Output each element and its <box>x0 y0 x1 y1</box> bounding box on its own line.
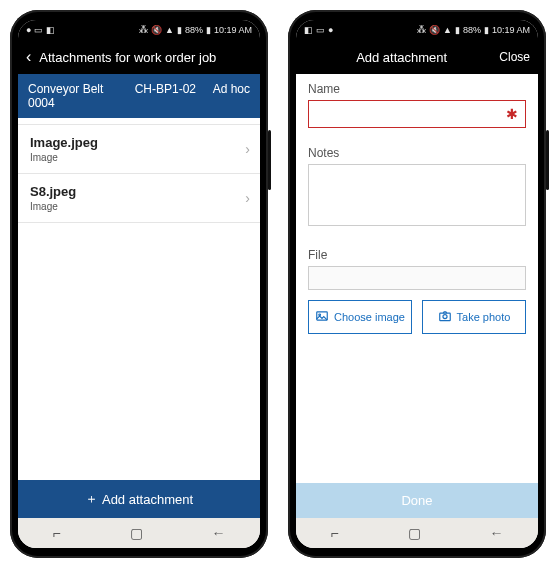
status-left: ● ▭ ◧ <box>26 25 55 35</box>
battery-text: 88% <box>185 25 203 35</box>
list-item[interactable]: Image.jpeg Image › <box>18 124 260 174</box>
file-label: File <box>308 248 526 262</box>
chevron-right-icon: › <box>245 141 250 157</box>
back-icon[interactable]: ‹ <box>26 48 31 66</box>
svg-point-3 <box>443 315 447 319</box>
battery-icon: ▮ <box>206 25 211 35</box>
image-icon <box>315 309 329 325</box>
close-button[interactable]: Close <box>499 50 530 64</box>
page-title: Attachments for work order job <box>39 50 252 65</box>
bluetooth-icon: ⁂ <box>139 25 148 35</box>
app-header: ‹ Attachments for work order job <box>18 40 260 74</box>
add-attachment-label: Add attachment <box>102 492 193 507</box>
nav-home-icon[interactable]: ▢ <box>130 525 143 541</box>
mute-icon: 🔇 <box>151 25 162 35</box>
attachment-type: Image <box>30 201 248 212</box>
attachment-name: Image.jpeg <box>30 135 248 150</box>
status-right: ⁂ 🔇 ▲ ▮ 88% ▮ 10:19 AM <box>139 25 252 35</box>
status-app-icon: ▭ <box>316 25 325 35</box>
plus-icon: ＋ <box>85 490 98 508</box>
status-bar: ● ▭ ◧ ⁂ 🔇 ▲ ▮ 88% ▮ 10:19 AM <box>18 20 260 40</box>
phone-left: ● ▭ ◧ ⁂ 🔇 ▲ ▮ 88% ▮ 10:19 AM ‹ Attachmen… <box>10 10 268 558</box>
status-dot-icon: ● <box>328 25 333 35</box>
status-app-icon: ▭ <box>34 25 43 35</box>
done-button[interactable]: Done <box>296 483 538 518</box>
nav-back-icon[interactable]: ← <box>212 525 226 541</box>
phone-right: ◧ ▭ ● ⁂ 🔇 ▲ ▮ 88% ▮ 10:19 AM Add attachm… <box>288 10 546 558</box>
status-misc-icon: ◧ <box>304 25 313 35</box>
nav-back-icon[interactable]: ← <box>490 525 504 541</box>
context-id: CH-BP1-02 <box>135 82 196 110</box>
choose-image-label: Choose image <box>334 311 405 323</box>
nav-home-icon[interactable]: ▢ <box>408 525 421 541</box>
name-input[interactable] <box>308 100 526 128</box>
battery-icon: ▮ <box>484 25 489 35</box>
battery-text: 88% <box>463 25 481 35</box>
choose-image-button[interactable]: Choose image <box>308 300 412 334</box>
signal-icon: ▮ <box>455 25 460 35</box>
take-photo-label: Take photo <box>457 311 511 323</box>
camera-icon <box>438 309 452 325</box>
clock-text: 10:19 AM <box>214 25 252 35</box>
status-misc-icon: ◧ <box>46 25 55 35</box>
done-label: Done <box>401 493 432 508</box>
bluetooth-icon: ⁂ <box>417 25 426 35</box>
nav-recent-icon[interactable]: ⌐ <box>330 525 338 541</box>
context-asset: Conveyor Belt 0004 <box>28 82 118 110</box>
name-label: Name <box>308 82 526 96</box>
status-left: ◧ ▭ ● <box>304 25 333 35</box>
screen-left: ● ▭ ◧ ⁂ 🔇 ▲ ▮ 88% ▮ 10:19 AM ‹ Attachmen… <box>18 20 260 548</box>
status-bar: ◧ ▭ ● ⁂ 🔇 ▲ ▮ 88% ▮ 10:19 AM <box>296 20 538 40</box>
screen-right: ◧ ▭ ● ⁂ 🔇 ▲ ▮ 88% ▮ 10:19 AM Add attachm… <box>296 20 538 548</box>
context-bar: Conveyor Belt 0004 CH-BP1-02 Ad hoc <box>18 74 260 118</box>
file-field[interactable] <box>308 266 526 290</box>
status-right: ⁂ 🔇 ▲ ▮ 88% ▮ 10:19 AM <box>417 25 530 35</box>
context-type: Ad hoc <box>213 82 250 110</box>
mute-icon: 🔇 <box>429 25 440 35</box>
app-header: Add attachment Close <box>296 40 538 74</box>
notes-input[interactable] <box>308 164 526 226</box>
form-content: Name ✱ Notes File Choose ima <box>296 74 538 483</box>
attachments-list: Image.jpeg Image › S8.jpeg Image › <box>18 118 260 480</box>
wifi-icon: ▲ <box>443 25 452 35</box>
take-photo-button[interactable]: Take photo <box>422 300 526 334</box>
nav-recent-icon[interactable]: ⌐ <box>52 525 60 541</box>
android-nav: ⌐ ▢ ← <box>296 518 538 548</box>
notes-label: Notes <box>308 146 526 160</box>
page-title: Add attachment <box>304 50 499 65</box>
add-attachment-button[interactable]: ＋ Add attachment <box>18 480 260 518</box>
signal-icon: ▮ <box>177 25 182 35</box>
chevron-right-icon: › <box>245 190 250 206</box>
android-nav: ⌐ ▢ ← <box>18 518 260 548</box>
wifi-icon: ▲ <box>165 25 174 35</box>
clock-text: 10:19 AM <box>492 25 530 35</box>
attachment-name: S8.jpeg <box>30 184 248 199</box>
list-item[interactable]: S8.jpeg Image › <box>18 174 260 223</box>
attachment-type: Image <box>30 152 248 163</box>
status-dot-icon: ● <box>26 25 31 35</box>
